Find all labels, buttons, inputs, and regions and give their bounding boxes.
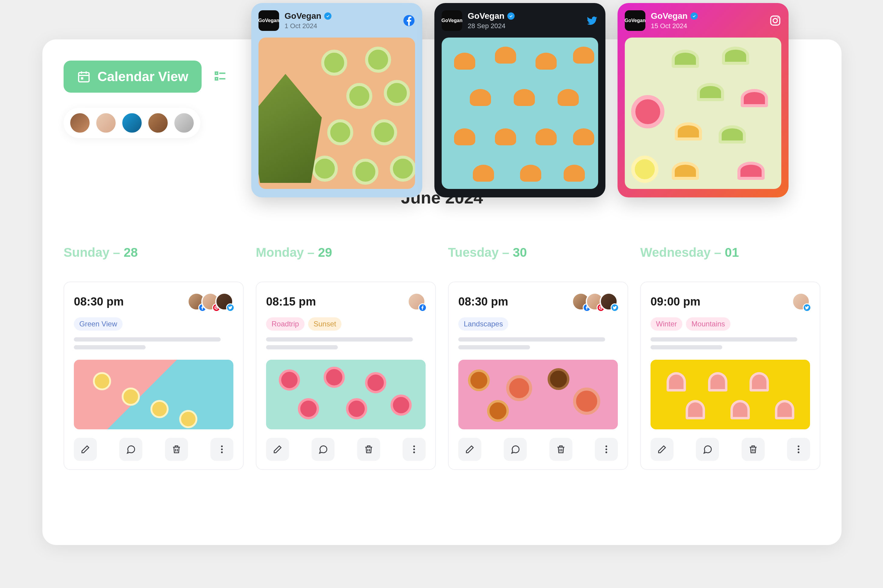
post-time: 09:00 pm bbox=[651, 295, 700, 308]
post-card-head: 08:15 pm bbox=[266, 292, 426, 310]
edit-button[interactable] bbox=[458, 438, 481, 461]
team-avatar[interactable] bbox=[121, 112, 143, 134]
twitter-icon bbox=[226, 303, 235, 312]
preview-card-facebook[interactable]: GoVegan GoVegan 1 Oct 2024 bbox=[251, 3, 422, 197]
pencil-icon bbox=[657, 444, 667, 454]
tags: Roadtrip Sunset bbox=[266, 317, 426, 331]
preview-head: GoVegan GoVegan 1 Oct 2024 bbox=[258, 10, 415, 31]
post-card[interactable]: 08:30 pm Landscapes bbox=[448, 282, 628, 470]
card-actions bbox=[458, 438, 618, 461]
post-time: 08:15 pm bbox=[266, 295, 316, 308]
svg-point-11 bbox=[221, 452, 223, 453]
instagram-icon bbox=[769, 15, 781, 27]
twitter-icon bbox=[610, 303, 619, 312]
team-avatar[interactable] bbox=[147, 112, 169, 134]
comment-button[interactable] bbox=[504, 438, 527, 461]
day-number: 01 bbox=[725, 245, 739, 260]
assignee[interactable] bbox=[408, 292, 426, 310]
tags: Winter Mountains bbox=[651, 317, 810, 331]
post-thumbnail[interactable] bbox=[266, 360, 426, 429]
comment-button[interactable] bbox=[696, 438, 719, 461]
comment-button[interactable] bbox=[119, 438, 142, 461]
post-card-head: 08:30 pm bbox=[458, 292, 618, 310]
more-button[interactable] bbox=[595, 438, 618, 461]
post-card[interactable]: 08:15 pm Roadtrip Sunset bbox=[256, 282, 436, 470]
facebook-icon bbox=[418, 303, 427, 312]
delete-button[interactable] bbox=[742, 438, 765, 461]
tag[interactable]: Sunset bbox=[308, 317, 342, 331]
svg-point-9 bbox=[221, 446, 223, 447]
more-button[interactable] bbox=[403, 438, 426, 461]
post-card-head: 09:00 pm bbox=[651, 292, 810, 310]
tag[interactable]: Winter bbox=[651, 317, 682, 331]
verified-badge-icon bbox=[324, 12, 331, 20]
day-number: 29 bbox=[318, 245, 332, 260]
assignees bbox=[187, 292, 233, 310]
post-time: 08:30 pm bbox=[74, 295, 124, 308]
twitter-icon bbox=[803, 303, 811, 312]
team-avatar[interactable] bbox=[173, 112, 195, 134]
svg-point-15 bbox=[606, 446, 607, 447]
assignees bbox=[572, 292, 618, 310]
body-preview-lines bbox=[651, 337, 810, 353]
post-card[interactable]: 09:00 pm Winter Mountains bbox=[640, 282, 820, 470]
post-thumbnail[interactable] bbox=[74, 360, 233, 429]
delete-button[interactable] bbox=[165, 438, 188, 461]
tag[interactable]: Green View bbox=[74, 317, 123, 331]
svg-point-17 bbox=[606, 452, 607, 453]
svg-rect-0 bbox=[79, 73, 89, 82]
edit-button[interactable] bbox=[266, 438, 289, 461]
brand-logo: GoVegan bbox=[442, 10, 462, 31]
calendar-icon bbox=[77, 70, 91, 84]
team-avatar[interactable] bbox=[95, 112, 117, 134]
comment-button[interactable] bbox=[312, 438, 334, 461]
body-preview-lines bbox=[458, 337, 618, 353]
tag[interactable]: Roadtrip bbox=[266, 317, 304, 331]
comment-icon bbox=[702, 444, 712, 454]
assignee[interactable] bbox=[792, 292, 810, 310]
assignee[interactable] bbox=[600, 292, 618, 310]
delete-button[interactable] bbox=[549, 438, 573, 461]
calendar-view-label: Calendar View bbox=[97, 69, 188, 84]
list-view-toggle[interactable] bbox=[214, 69, 227, 84]
post-thumbnail[interactable] bbox=[651, 360, 810, 429]
day-name: Monday bbox=[256, 245, 304, 260]
floating-previews: GoVegan GoVegan 1 Oct 2024 bbox=[251, 3, 789, 197]
days-row: Sunday – 28 Monday – 29 Tuesday – 30 Wed… bbox=[64, 245, 820, 260]
svg-point-24 bbox=[777, 17, 778, 18]
facebook-icon bbox=[403, 15, 415, 27]
card-actions bbox=[266, 438, 426, 461]
list-icon bbox=[214, 69, 227, 82]
more-button[interactable] bbox=[787, 438, 810, 461]
day-header: Monday – 29 bbox=[256, 245, 436, 260]
more-button[interactable] bbox=[210, 438, 233, 461]
pencil-icon bbox=[465, 444, 475, 454]
body-preview-lines bbox=[74, 337, 233, 353]
comment-icon bbox=[318, 444, 328, 454]
assignee[interactable] bbox=[215, 292, 233, 310]
team-avatar[interactable] bbox=[69, 112, 91, 134]
preview-head: GoVegan GoVegan 15 Oct 2024 bbox=[625, 10, 781, 31]
more-vertical-icon bbox=[793, 444, 804, 454]
post-thumbnail[interactable] bbox=[458, 360, 618, 429]
day-header: Sunday – 28 bbox=[64, 245, 244, 260]
edit-button[interactable] bbox=[74, 438, 97, 461]
delete-button[interactable] bbox=[357, 438, 380, 461]
preview-card-instagram[interactable]: GoVegan GoVegan 15 Oct 2024 bbox=[618, 3, 789, 197]
preview-date: 1 Oct 2024 bbox=[285, 22, 331, 30]
tag[interactable]: Mountains bbox=[686, 317, 730, 331]
calendar-view-button[interactable]: Calendar View bbox=[64, 60, 202, 93]
brand-title: GoVegan bbox=[468, 11, 504, 21]
post-card[interactable]: 08:30 pm Green View bbox=[64, 282, 244, 470]
tag[interactable]: Landscapes bbox=[458, 317, 508, 331]
svg-point-10 bbox=[221, 448, 223, 450]
svg-point-23 bbox=[773, 18, 777, 23]
svg-rect-4 bbox=[81, 77, 83, 80]
more-vertical-icon bbox=[217, 444, 227, 454]
svg-point-18 bbox=[798, 446, 799, 447]
svg-point-14 bbox=[413, 452, 415, 453]
preview-image bbox=[258, 38, 415, 189]
edit-button[interactable] bbox=[651, 438, 673, 461]
brand-title: GoVegan bbox=[285, 11, 321, 21]
preview-card-twitter[interactable]: GoVegan GoVegan 28 Sep 2024 bbox=[435, 3, 606, 197]
